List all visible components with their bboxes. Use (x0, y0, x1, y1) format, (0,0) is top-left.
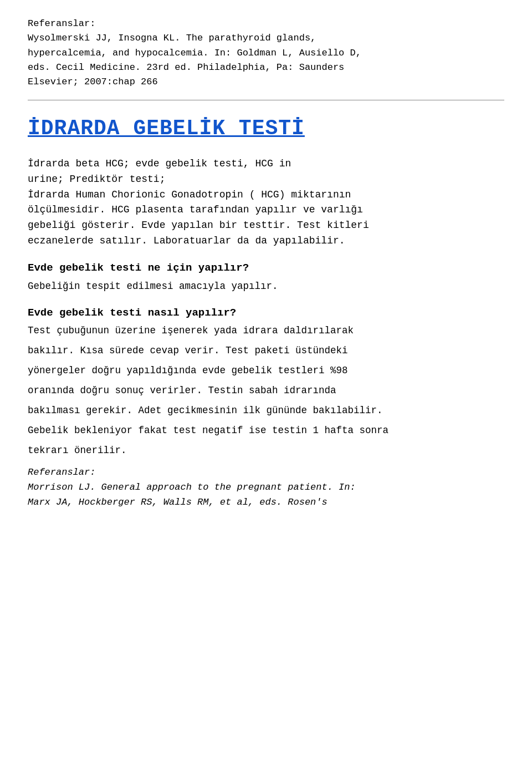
section1: Evde gebelik testi ne için yapılır? Gebe… (28, 260, 504, 294)
intro-line2: urine; Prediktör testi; (28, 172, 504, 187)
section2-body2: bakılır. Kısa sürede cevap verir. Test p… (28, 343, 504, 358)
section-divider (28, 100, 504, 100)
section2-heading: Evde gebelik testi nasıl yapılır? (28, 305, 504, 321)
references-top-line1: Wysolmerski JJ, Insogna KL. The parathyr… (28, 31, 504, 45)
section2-body1: Test çubuğunun üzerine işenerek yada idr… (28, 323, 504, 338)
section2-body7: tekrarı önerilir. (28, 443, 504, 458)
section2: Evde gebelik testi nasıl yapılır? Test ç… (28, 305, 504, 459)
intro-line6: eczanelerde satılır. Laboratuarlar da da… (28, 233, 504, 249)
references-top-line2: hypercalcemia, and hypocalcemia. In: Gol… (28, 46, 504, 60)
section2-body5: bakılması gerekir. Adet gecikmesinin ilk… (28, 403, 504, 418)
intro-line4: ölçülmesidir. HCG plasenta tarafından ya… (28, 202, 504, 218)
intro-line5: gebeliği gösterir. Evde yapılan bir test… (28, 218, 504, 233)
section1-heading: Evde gebelik testi ne için yapılır? (28, 260, 504, 276)
references-top-line4: Elsevier; 2007:chap 266 (28, 75, 504, 89)
references-bottom-section: Referanslar: Morrison LJ. General approa… (28, 465, 504, 510)
references-bottom-line1: Morrison LJ. General approach to the pre… (28, 480, 504, 495)
references-bottom-label: Referanslar: (28, 465, 504, 480)
section2-body4: oranında doğru sonuç verirler. Testin sa… (28, 383, 504, 398)
section1-body: Gebeliğin tespit edilmesi amacıyla yapıl… (28, 278, 504, 294)
references-top-label: Referanslar: (28, 17, 504, 31)
references-top-section: Referanslar: Wysolmerski JJ, Insogna KL.… (28, 17, 504, 90)
references-top-line3: eds. Cecil Medicine. 23rd ed. Philadelph… (28, 60, 504, 75)
main-title: İDRARDA GEBELİK TESTİ (28, 113, 504, 144)
section2-body3: yönergeler doğru yapıldığında evde gebel… (28, 363, 504, 378)
intro-section: İdrarda beta HCG; evde gebelik testi, HC… (28, 156, 504, 249)
intro-line3: İdrarda Human Chorionic Gonadotropin ( H… (28, 187, 504, 203)
intro-line1: İdrarda beta HCG; evde gebelik testi, HC… (28, 156, 504, 172)
references-bottom-line2: Marx JA, Hockberger RS, Walls RM, et al,… (28, 495, 504, 510)
section2-body6: Gebelik bekleniyor fakat test negatif is… (28, 423, 504, 438)
